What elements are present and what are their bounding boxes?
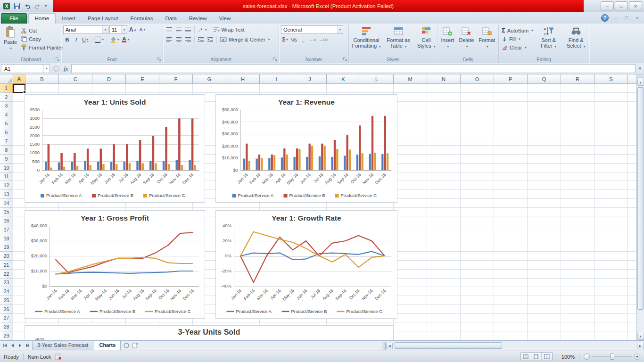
font-family-select[interactable]: Arial▾ [63,25,108,34]
orientation-button[interactable]: ▾ [197,25,208,34]
zoom-out-button[interactable]: - [584,354,590,360]
ribbon-tab-file[interactable]: File [1,13,27,24]
find-select-button[interactable]: Find & Select ▾ [563,25,589,56]
ribbon-tab-data[interactable]: Data [159,14,183,24]
worksheet-options-icon[interactable] [123,342,130,349]
bold-button[interactable]: B [63,35,71,44]
normal-view-button[interactable] [521,353,531,361]
alignment-dialog-launcher[interactable] [273,57,278,62]
row-header-20[interactable]: 20 [0,252,13,261]
format-as-table-button[interactable]: Format as Table ▾ [384,25,413,56]
select-all-corner[interactable] [0,74,13,84]
font-color-button[interactable]: A▾ [121,35,130,44]
column-header-R[interactable]: R [561,74,594,84]
previous-sheet-button[interactable] [8,342,16,349]
ribbon-tab-home[interactable]: Home [28,13,56,24]
row-header-23[interactable]: 23 [0,279,13,288]
ribbon-tab-formulas[interactable]: Formulas [124,14,159,24]
zoom-track[interactable] [592,356,632,357]
accounting-format-button[interactable]: $▾ [281,35,289,44]
chart-3year-units-sold[interactable]: 3-Year Units Sold4500 [25,325,394,340]
clear-button[interactable]: Clear▾ [501,43,534,51]
row-header-12[interactable]: 12 [0,181,13,190]
row-header-1[interactable]: 1 [0,84,13,93]
cell-selection-a1[interactable] [13,84,25,93]
shrink-font-button[interactable]: A▼ [139,25,147,34]
column-header-L[interactable]: L [360,74,394,84]
spreadsheet-cells[interactable]: Year 1: Units Sold0500100015002000250030… [13,84,636,340]
column-header-Q[interactable]: Q [528,74,561,84]
column-header-C[interactable]: C [59,74,92,84]
cut-button[interactable]: Cut [20,26,64,34]
scroll-left-button[interactable]: ◀ [386,343,393,349]
chart-year1-growth-rate[interactable]: Year 1: Growth Rate-40%-20%0%20%40%Jan-1… [215,210,397,319]
scroll-right-button[interactable]: ▶ [637,343,644,349]
row-header-17[interactable]: 17 [0,225,13,234]
row-header-26[interactable]: 26 [0,305,13,314]
align-right-button[interactable] [184,35,192,44]
undo-button[interactable] [23,1,32,10]
horizontal-scroll-track[interactable] [394,342,636,350]
row-header-14[interactable]: 14 [0,199,13,208]
last-sheet-button[interactable] [24,342,31,349]
row-header-13[interactable]: 13 [0,190,13,199]
column-header-S[interactable]: S [594,74,628,84]
row-header-8[interactable]: 8 [0,146,13,155]
ribbon-tab-view[interactable]: View [213,14,237,24]
name-box[interactable]: A1▾ [1,64,50,73]
workbook-minimize-button[interactable]: – [612,16,619,20]
vertical-scroll-track[interactable] [637,86,644,332]
first-sheet-button[interactable] [1,342,8,349]
row-header-28[interactable]: 28 [0,322,13,331]
number-dialog-launcher[interactable] [343,57,347,62]
minimize-button[interactable]: – [601,1,614,10]
autosum-button[interactable]: ΣAutoSum▾ [501,26,534,34]
chart-year1-revenue[interactable]: Year 1: Revenue$0$10,000$20,000$30,000$4… [215,94,397,203]
column-header-B[interactable]: B [25,74,59,84]
column-header-D[interactable]: D [92,74,126,84]
fill-color-button[interactable]: ▾ [109,35,120,44]
insert-worksheet-icon[interactable] [132,342,139,349]
redo-button[interactable] [33,1,42,10]
fill-button[interactable]: Fill▾ [501,35,534,43]
grow-font-button[interactable]: A▲ [128,25,138,34]
row-header-2[interactable]: 2 [0,93,13,102]
row-header-27[interactable]: 27 [0,314,13,323]
column-header-I[interactable]: I [260,74,293,84]
row-header-22[interactable]: 22 [0,270,13,279]
decrease-indent-button[interactable] [197,35,205,44]
ribbon-tab-insert[interactable]: Insert [56,14,82,24]
column-header-E[interactable]: E [126,74,159,84]
merge-center-button[interactable]: a Merge & Center ▾ [219,36,271,44]
row-header-18[interactable]: 18 [0,234,13,243]
tab-split-handle[interactable] [382,342,386,350]
close-button[interactable]: × [629,1,642,10]
row-header-9[interactable]: 9 [0,155,13,164]
increase-indent-button[interactable] [206,35,215,44]
clipboard-dialog-launcher[interactable] [55,57,60,62]
next-sheet-button[interactable] [16,342,24,349]
sheet-tab-charts[interactable]: Charts [94,341,121,350]
row-header-19[interactable]: 19 [0,243,13,252]
vertical-scrollbar[interactable]: ▲ ▼ [636,74,644,340]
format-painter-button[interactable]: Format Painter [20,43,64,51]
number-format-select[interactable]: General▾ [281,25,343,34]
column-header-O[interactable]: O [461,74,494,84]
row-header-11[interactable]: 11 [0,173,13,181]
conditional-formatting-button[interactable]: Conditional Formatting ▾ [351,25,382,56]
column-header-J[interactable]: J [293,74,327,84]
page-break-view-button[interactable] [542,353,552,361]
vertical-scroll-thumb[interactable] [637,87,644,310]
row-header-4[interactable]: 4 [0,110,13,119]
wrap-text-button[interactable]: Wrap Text [212,26,246,34]
horizontal-scroll-thumb[interactable] [395,342,502,349]
insert-cells-button[interactable]: Insert ▾ [439,25,455,56]
zoom-thumb[interactable] [610,354,614,360]
italic-button[interactable]: I [72,35,80,44]
borders-button[interactable]: ▾ [93,35,105,44]
column-header-M[interactable]: M [394,74,427,84]
column-header-F[interactable]: F [159,74,193,84]
delete-cells-button[interactable]: Delete ▾ [457,25,475,56]
vertical-split-handle[interactable] [637,74,644,78]
sheet-tab-3-year-sales-forecast[interactable]: 3-Year Sales Forecast [32,341,93,350]
